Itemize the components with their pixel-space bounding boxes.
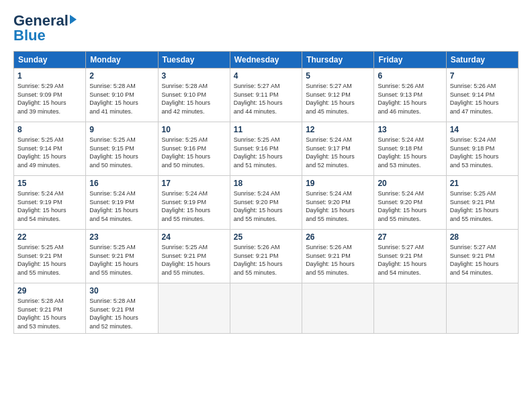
logo: General Blue [13,12,77,44]
weekday-header-friday: Friday [374,52,446,68]
calendar: SundayMondayTuesdayWednesdayThursdayFrid… [13,51,519,334]
calendar-cell: 23Sunrise: 5:25 AM Sunset: 9:21 PM Dayli… [86,230,158,283]
day-info: Sunrise: 5:24 AM Sunset: 9:17 PM Dayligh… [306,136,370,169]
day-info: Sunrise: 5:25 AM Sunset: 9:14 PM Dayligh… [17,136,82,169]
day-number: 21 [450,179,515,188]
week-row-2: 8Sunrise: 5:25 AM Sunset: 9:14 PM Daylig… [14,122,519,176]
calendar-cell: 29Sunrise: 5:28 AM Sunset: 9:21 PM Dayli… [14,283,86,334]
day-info: Sunrise: 5:27 AM Sunset: 9:11 PM Dayligh… [234,82,298,116]
day-info: Sunrise: 5:24 AM Sunset: 9:18 PM Dayligh… [378,136,442,169]
calendar-cell: 9Sunrise: 5:25 AM Sunset: 9:15 PM Daylig… [86,122,158,176]
weekday-header-sunday: Sunday [14,52,86,68]
day-info: Sunrise: 5:25 AM Sunset: 9:21 PM Dayligh… [17,243,82,277]
day-number: 6 [378,71,442,81]
day-number: 9 [89,125,154,134]
day-number: 2 [89,71,154,81]
day-number: 8 [17,125,82,134]
calendar-cell [230,283,302,334]
day-info: Sunrise: 5:28 AM Sunset: 9:10 PM Dayligh… [162,82,226,116]
calendar-cell: 17Sunrise: 5:24 AM Sunset: 9:19 PM Dayli… [158,176,230,230]
day-number: 28 [450,232,515,242]
day-info: Sunrise: 5:25 AM Sunset: 9:21 PM Dayligh… [162,243,226,277]
day-number: 15 [17,179,82,188]
day-number: 16 [89,179,154,188]
calendar-cell: 24Sunrise: 5:25 AM Sunset: 9:21 PM Dayli… [158,230,230,283]
calendar-cell: 15Sunrise: 5:24 AM Sunset: 9:19 PM Dayli… [14,176,86,230]
day-info: Sunrise: 5:24 AM Sunset: 9:19 PM Dayligh… [89,189,154,223]
weekday-header-thursday: Thursday [302,52,374,68]
page: General Blue SundayMondayTuesdayWednesda… [0,0,532,411]
day-number: 30 [89,286,154,295]
day-number: 20 [378,179,442,188]
day-number: 22 [17,232,82,242]
day-number: 13 [378,125,442,134]
weekday-header-saturday: Saturday [446,52,518,68]
calendar-cell: 21Sunrise: 5:25 AM Sunset: 9:21 PM Dayli… [446,176,518,230]
calendar-cell [446,283,518,334]
day-info: Sunrise: 5:27 AM Sunset: 9:21 PM Dayligh… [378,243,442,277]
calendar-cell: 26Sunrise: 5:26 AM Sunset: 9:21 PM Dayli… [302,230,374,283]
calendar-cell: 25Sunrise: 5:26 AM Sunset: 9:21 PM Dayli… [230,230,302,283]
calendar-cell: 30Sunrise: 5:28 AM Sunset: 9:21 PM Dayli… [86,283,158,334]
calendar-cell: 12Sunrise: 5:24 AM Sunset: 9:17 PM Dayli… [302,122,374,176]
day-info: Sunrise: 5:28 AM Sunset: 9:21 PM Dayligh… [17,297,82,330]
calendar-cell: 8Sunrise: 5:25 AM Sunset: 9:14 PM Daylig… [14,122,86,176]
calendar-cell: 13Sunrise: 5:24 AM Sunset: 9:18 PM Dayli… [374,122,446,176]
week-row-5: 29Sunrise: 5:28 AM Sunset: 9:21 PM Dayli… [14,283,519,334]
calendar-cell: 16Sunrise: 5:24 AM Sunset: 9:19 PM Dayli… [86,176,158,230]
calendar-cell: 14Sunrise: 5:24 AM Sunset: 9:18 PM Dayli… [446,122,518,176]
day-info: Sunrise: 5:27 AM Sunset: 9:12 PM Dayligh… [306,82,370,116]
day-number: 12 [306,125,370,134]
day-info: Sunrise: 5:26 AM Sunset: 9:14 PM Dayligh… [450,82,515,116]
calendar-cell: 2Sunrise: 5:28 AM Sunset: 9:10 PM Daylig… [86,68,158,122]
day-number: 14 [450,125,515,134]
logo-arrow-icon [70,15,77,24]
day-info: Sunrise: 5:25 AM Sunset: 9:16 PM Dayligh… [234,136,298,169]
week-row-4: 22Sunrise: 5:25 AM Sunset: 9:21 PM Dayli… [14,230,519,283]
calendar-cell: 1Sunrise: 5:29 AM Sunset: 9:09 PM Daylig… [14,68,86,122]
day-info: Sunrise: 5:28 AM Sunset: 9:10 PM Dayligh… [89,82,154,116]
calendar-cell: 20Sunrise: 5:24 AM Sunset: 9:20 PM Dayli… [374,176,446,230]
day-number: 11 [234,125,298,134]
day-number: 1 [17,71,82,81]
calendar-cell: 27Sunrise: 5:27 AM Sunset: 9:21 PM Dayli… [374,230,446,283]
day-info: Sunrise: 5:24 AM Sunset: 9:20 PM Dayligh… [306,189,370,223]
day-info: Sunrise: 5:25 AM Sunset: 9:21 PM Dayligh… [450,189,515,223]
day-number: 7 [450,71,515,81]
day-number: 23 [89,232,154,242]
day-number: 19 [306,179,370,188]
weekday-header-monday: Monday [86,52,158,68]
day-info: Sunrise: 5:25 AM Sunset: 9:15 PM Dayligh… [89,136,154,169]
day-number: 25 [234,232,298,242]
logo-blue: Blue [13,27,46,44]
calendar-cell: 19Sunrise: 5:24 AM Sunset: 9:20 PM Dayli… [302,176,374,230]
day-info: Sunrise: 5:26 AM Sunset: 9:21 PM Dayligh… [234,243,298,277]
day-info: Sunrise: 5:26 AM Sunset: 9:13 PM Dayligh… [378,82,442,116]
calendar-cell: 5Sunrise: 5:27 AM Sunset: 9:12 PM Daylig… [302,68,374,122]
day-number: 17 [162,179,226,188]
calendar-cell: 22Sunrise: 5:25 AM Sunset: 9:21 PM Dayli… [14,230,86,283]
day-info: Sunrise: 5:26 AM Sunset: 9:21 PM Dayligh… [306,243,370,277]
day-number: 27 [378,232,442,242]
day-number: 29 [17,286,82,295]
calendar-cell [374,283,446,334]
weekday-header-row: SundayMondayTuesdayWednesdayThursdayFrid… [14,52,519,68]
day-number: 18 [234,179,298,188]
calendar-cell [158,283,230,334]
day-number: 3 [162,71,226,81]
day-number: 10 [162,125,226,134]
day-number: 4 [234,71,298,81]
day-number: 24 [162,232,226,242]
calendar-cell: 4Sunrise: 5:27 AM Sunset: 9:11 PM Daylig… [230,68,302,122]
day-info: Sunrise: 5:29 AM Sunset: 9:09 PM Dayligh… [17,82,82,116]
week-row-3: 15Sunrise: 5:24 AM Sunset: 9:19 PM Dayli… [14,176,519,230]
header: General Blue [13,12,519,44]
calendar-cell: 6Sunrise: 5:26 AM Sunset: 9:13 PM Daylig… [374,68,446,122]
weekday-header-tuesday: Tuesday [158,52,230,68]
day-info: Sunrise: 5:24 AM Sunset: 9:18 PM Dayligh… [450,136,515,169]
calendar-cell: 28Sunrise: 5:27 AM Sunset: 9:21 PM Dayli… [446,230,518,283]
calendar-cell [302,283,374,334]
day-info: Sunrise: 5:25 AM Sunset: 9:16 PM Dayligh… [162,136,226,169]
day-info: Sunrise: 5:24 AM Sunset: 9:20 PM Dayligh… [234,189,298,223]
day-number: 5 [306,71,370,81]
